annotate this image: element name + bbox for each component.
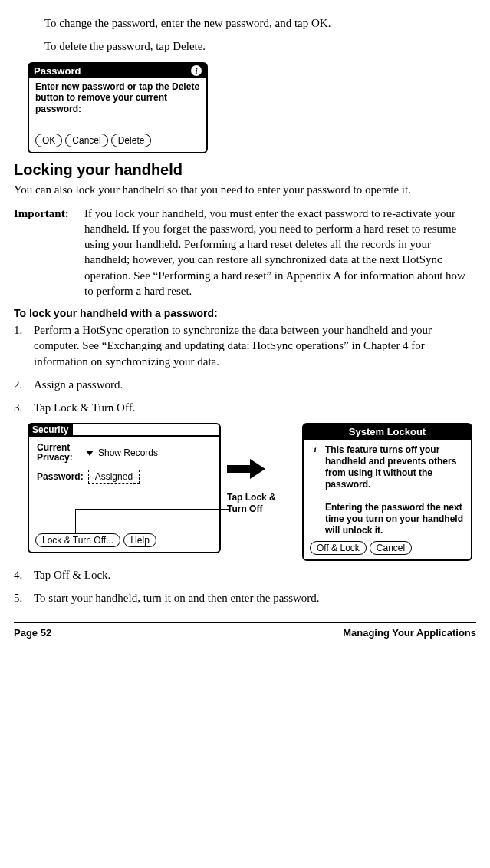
step-text: To start your handheld, turn it on and t… — [34, 590, 476, 606]
password-dialog: Password i Enter new password or tap the… — [28, 62, 208, 154]
password-dialog-titlebar: Password i — [29, 64, 206, 79]
ok-button[interactable]: OK — [35, 134, 62, 147]
password-dialog-title: Password — [34, 64, 81, 78]
help-button[interactable]: Help — [123, 533, 156, 547]
step-number: 3. — [14, 400, 34, 415]
step-1: 1. Perform a HotSync operation to synchr… — [14, 322, 476, 369]
step-4: 4. Tap Off & Lock. — [14, 567, 476, 583]
password-value[interactable]: -Assigned- — [88, 470, 140, 484]
security-dialog: Security CurrentPrivacy: Show Records Pa… — [28, 423, 221, 553]
step-number: 5. — [14, 590, 34, 606]
step-number: 1. — [14, 322, 34, 369]
callout-label: Tap Lock & Turn Off — [227, 492, 296, 514]
privacy-label: CurrentPrivacy: — [37, 443, 81, 463]
system-lockout-dialog: System Lockout i This feature turns off … — [302, 423, 472, 561]
section-heading-locking: Locking your handheld — [14, 160, 476, 180]
step-number: 4. — [14, 567, 34, 583]
info-icon: i — [310, 444, 321, 455]
lockout-message: This feature turns off your handheld and… — [325, 444, 465, 536]
procedure-heading: To lock your handheld with a password: — [14, 306, 476, 321]
privacy-value[interactable]: Show Records — [98, 447, 158, 459]
important-text: If you lock your handheld, you must ente… — [84, 206, 476, 299]
step-5: 5. To start your handheld, turn it on an… — [14, 590, 476, 606]
password-dialog-message: Enter new password or tap the Delete but… — [35, 81, 200, 114]
cancel-button[interactable]: Cancel — [65, 134, 107, 147]
step-3: 3. Tap Lock & Turn Off. — [14, 400, 476, 415]
step-text: Assign a password. — [34, 377, 476, 392]
step-text: Perform a HotSync operation to synchroni… — [34, 322, 476, 369]
delete-button[interactable]: Delete — [111, 134, 152, 147]
instruction-change-password: To change the password, enter the new pa… — [44, 15, 476, 31]
off-and-lock-button[interactable]: Off & Lock — [310, 541, 367, 555]
arrow-icon — [227, 461, 265, 477]
page-number: Page 52 — [14, 626, 51, 640]
step-2: 2. Assign a password. — [14, 377, 476, 392]
info-icon: i — [191, 65, 202, 76]
step-text: Tap Off & Lock. — [34, 567, 476, 583]
instruction-delete-password: To delete the password, tap Delete. — [44, 38, 476, 54]
lockout-title: System Lockout — [304, 424, 471, 440]
step-number: 2. — [14, 377, 34, 392]
important-label: Important: — [14, 206, 84, 299]
dropdown-icon[interactable] — [86, 451, 94, 456]
step-text: Tap Lock & Turn Off. — [34, 400, 476, 415]
password-label: Password: — [37, 470, 84, 483]
section-intro: You can also lock your handheld so that … — [14, 182, 476, 197]
chapter-title: Managing Your Applications — [343, 626, 476, 640]
password-input-line[interactable] — [35, 119, 200, 127]
lock-turn-off-button[interactable]: Lock & Turn Off... — [35, 533, 120, 547]
cancel-button[interactable]: Cancel — [370, 541, 412, 555]
